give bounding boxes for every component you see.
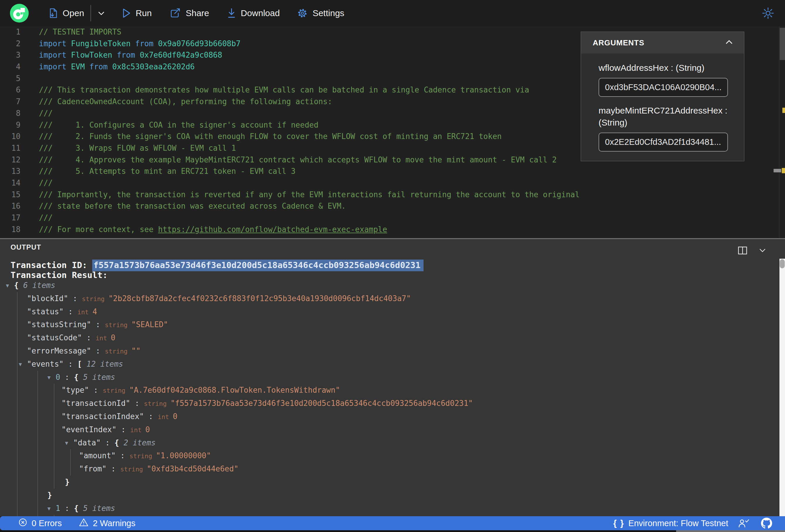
transaction-id-value: f557a1573b76aa53e73d46f3e10d200d5c18a653… [92, 259, 423, 271]
indent-guide [17, 462, 18, 476]
indent-guide [17, 305, 18, 319]
output-title: OUTPUT [10, 243, 41, 251]
share-icon [170, 8, 181, 19]
code-text: import FlowToken from 0x7e60df042a9c0868 [21, 49, 222, 61]
warning-marker-1 [782, 108, 785, 113]
warnings-status[interactable]: 2 Warnings [79, 518, 135, 529]
open-label: Open [62, 8, 84, 18]
indent-guide [54, 449, 54, 462]
indent-guide [70, 449, 71, 462]
json-tree-row: "transactionIndex" : int 0 [0, 410, 779, 423]
share-label: Share [185, 8, 209, 18]
line-number: 13 [0, 166, 21, 177]
status-bar: 0 Errors 2 Warnings { } Environment: Flo… [0, 516, 785, 530]
code-text: /// [21, 108, 53, 119]
argument-input[interactable] [599, 78, 728, 97]
line-number: 6 [0, 84, 21, 96]
download-button[interactable]: Download [227, 8, 280, 19]
collapse-arrow-icon[interactable]: ▼ [65, 437, 73, 450]
split-editor-icon[interactable] [738, 246, 748, 256]
indent-guide [17, 292, 18, 305]
indent-guide [17, 476, 18, 489]
code-line: 15/// Importantly, the transaction is re… [0, 189, 785, 201]
share-button[interactable]: Share [170, 8, 209, 19]
json-tree-row: } [0, 476, 779, 489]
code-text: /// This transaction demonstrates how mu… [21, 84, 529, 96]
environment-status[interactable]: { } Environment: Flow Testnet [613, 518, 728, 528]
indent-guide [37, 476, 38, 489]
run-label: Run [135, 8, 152, 18]
indent-guide [17, 358, 18, 371]
output-scrollbar-track[interactable] [780, 259, 785, 516]
indent-guide [17, 449, 18, 462]
open-file-icon [48, 8, 58, 19]
json-tree-row: ▼"events" : [ 12 items [0, 358, 779, 371]
indent-guide [37, 397, 38, 410]
output-panel: OUTPUT Transaction ID: f557a1573b76aa53e… [0, 239, 785, 516]
indent-guide [37, 384, 38, 397]
toolbar-separator [91, 5, 91, 21]
theme-sun-icon[interactable] [762, 7, 775, 20]
warning-triangle-icon [79, 518, 89, 529]
indent-guide [37, 449, 38, 462]
indent-guide [17, 410, 18, 423]
collapse-arrow-icon[interactable]: ▼ [47, 502, 56, 515]
settings-button[interactable]: Settings [297, 8, 344, 19]
indent-guide [54, 423, 54, 436]
line-number: 14 [0, 177, 21, 189]
indent-guide [54, 384, 54, 397]
json-tree-row: "type" : string "A.7e60df042a9c0868.Flow… [0, 384, 779, 397]
chevron-down-icon[interactable] [758, 248, 767, 255]
indent-guide [17, 318, 18, 331]
json-tree-row: ▼"data" : { 2 items [0, 436, 779, 450]
feedback-person-icon[interactable] [738, 518, 749, 528]
json-tree-row: ▼{ 6 items [0, 279, 779, 292]
line-number: 16 [0, 200, 21, 212]
indent-guide [54, 397, 54, 410]
indent-guide [17, 489, 18, 502]
open-button[interactable]: Open [48, 8, 84, 19]
collapse-arrow-icon[interactable]: ▼ [6, 279, 14, 292]
error-circle-icon [18, 518, 27, 529]
chevron-down-icon [97, 10, 106, 16]
errors-label: 0 Errors [32, 518, 62, 528]
json-tree-row: "errorMessage" : string "" [0, 345, 779, 358]
code-text: /// 4. Approves the example MaybeMintERC… [21, 154, 557, 166]
github-icon[interactable] [761, 518, 772, 529]
editor-scrollbar-track [779, 26, 780, 238]
code-line: 16/// state before the transaction was e… [0, 200, 785, 212]
open-dropdown-button[interactable] [97, 10, 106, 16]
collapse-arrow-icon[interactable]: ▼ [19, 358, 27, 371]
json-tree-row: "blockId" : string "2b28cbfb87da2cfec4f0… [0, 292, 779, 305]
indent-guide [37, 502, 38, 515]
download-icon [227, 8, 236, 19]
output-scrollbar-thumb[interactable] [780, 259, 785, 268]
json-tree-row: } [0, 489, 779, 502]
chevron-up-icon[interactable] [724, 39, 734, 47]
code-text: import EVM from 0x8c5303eaa26202d6 [21, 61, 195, 73]
indent-guide [17, 436, 18, 450]
json-tree-row: "amount" : string "1.00000000" [0, 449, 779, 462]
indent-guide [54, 410, 54, 423]
line-number: 9 [0, 119, 21, 131]
arguments-panel-header[interactable]: ARGUMENTS [581, 32, 744, 54]
indent-guide [17, 423, 18, 436]
line-number: 8 [0, 108, 21, 119]
warning-marker-2 [782, 168, 785, 173]
indent-guide [37, 423, 38, 436]
code-text: /// 3. Wraps FLOW as WFLOW - EVM call 1 [21, 143, 236, 154]
indent-guide [17, 331, 18, 345]
errors-status[interactable]: 0 Errors [18, 518, 62, 529]
editor-scrollbar-thumb[interactable] [780, 28, 785, 60]
indent-guide [37, 462, 38, 476]
arguments-title: ARGUMENTS [593, 38, 644, 47]
code-link[interactable]: https://github.com/onflow/batched-evm-ex… [158, 225, 387, 234]
run-button[interactable]: Run [122, 8, 152, 19]
json-tree-row: "from" : string "0xfd3b4cd50d44e6ed" [0, 462, 779, 476]
arguments-panel-body: wflowAddressHex : (String)maybeMintERC72… [581, 54, 744, 159]
flow-logo [10, 4, 29, 23]
json-tree-row: "status" : int 4 [0, 305, 779, 319]
argument-label: wflowAddressHex : (String) [599, 62, 728, 74]
collapse-arrow-icon[interactable]: ▼ [47, 371, 56, 384]
argument-input[interactable] [599, 132, 728, 152]
